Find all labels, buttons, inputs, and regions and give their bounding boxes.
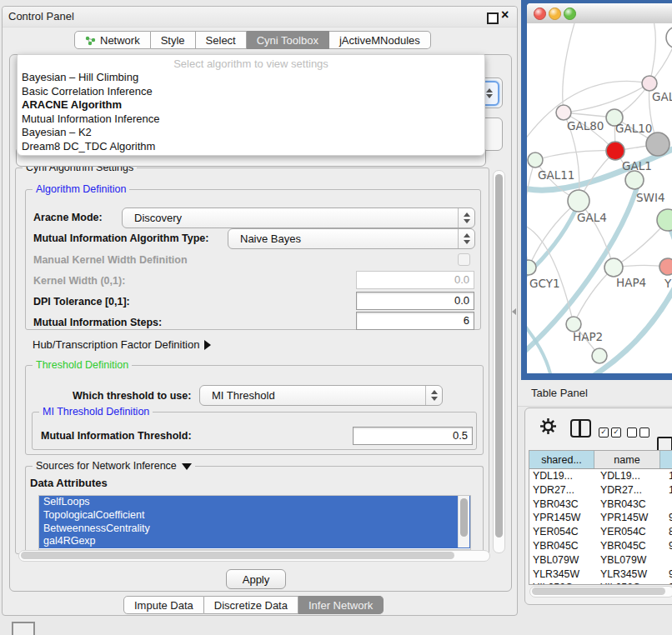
tab-label: Select <box>206 34 236 47</box>
data-attribute-item[interactable]: gal4RGexp <box>39 535 470 548</box>
network-node-label: GAL80 <box>567 119 604 132</box>
settings-vertical-scrollbar[interactable] <box>493 170 505 553</box>
tab-network[interactable]: Network <box>74 31 151 49</box>
minimize-window-icon[interactable] <box>549 8 561 20</box>
which-threshold-select[interactable]: MI Threshold <box>199 385 443 406</box>
tab-discretize-data[interactable]: Discretize Data <box>204 596 298 614</box>
aracne-mode-select[interactable]: Discovery <box>122 208 475 228</box>
table-cell: YPR145W <box>597 511 665 525</box>
network-node[interactable] <box>657 209 672 231</box>
data-attributes-label: Data Attributes <box>30 477 108 489</box>
tab-select[interactable]: Select <box>196 31 247 49</box>
tab-cyni-toolbox[interactable]: Cyni Toolbox <box>247 31 329 49</box>
table-cell: YDR27... <box>597 483 665 498</box>
network-node[interactable] <box>666 27 672 48</box>
control-panel-tab-bar: NetworkStyleSelectCyni ToolboxjActiveMNo… <box>74 31 431 49</box>
table-cell: YBR045C <box>597 539 665 553</box>
table-row[interactable]: YPR145WYPR145W9. <box>529 511 672 525</box>
table-cell: YBL079W <box>597 553 665 568</box>
network-node-gal80[interactable] <box>556 105 571 120</box>
minimized-panel-icon[interactable] <box>12 622 35 635</box>
network-edge[interactable] <box>564 83 649 112</box>
table-row[interactable]: YER054CYER054C8. <box>529 525 672 539</box>
algorithm-option[interactable]: Mutual Information Inference <box>18 112 484 127</box>
network-node-hap4[interactable] <box>604 258 623 277</box>
algorithm-option[interactable]: Bayesian – Hill Climbing <box>18 71 484 85</box>
network-node-gcy1[interactable] <box>527 260 536 275</box>
data-attribute-item[interactable]: BetweennessCentrality <box>39 522 470 536</box>
mi-steps-field[interactable]: 6 <box>356 312 474 330</box>
dpi-tolerance-field[interactable]: 0.0 <box>356 292 474 310</box>
node-attribute-table[interactable]: shared...nameA YDL19...YDL19...13YDR27..… <box>529 450 672 585</box>
data-attribute-item[interactable]: SelfLoops <box>39 496 470 509</box>
table-row[interactable]: YBR043CYBR043C <box>529 498 672 512</box>
network-edge[interactable] <box>574 268 614 324</box>
zoom-window-icon[interactable] <box>564 8 576 20</box>
select-all-columns-icon[interactable]: ✓✓ <box>599 422 624 438</box>
sources-title[interactable]: Sources for Network Inference <box>33 460 195 472</box>
table-cell: 9. <box>665 511 672 525</box>
float-window-icon[interactable] <box>487 12 499 24</box>
network-node-gal11[interactable] <box>528 152 543 168</box>
algorithm-option[interactable]: ARACNE Algorithm <box>18 98 484 112</box>
network-node-gal4[interactable] <box>568 190 589 212</box>
manual-kernel-width-checkbox[interactable] <box>458 253 470 266</box>
which-threshold-value: MI Threshold <box>200 389 275 402</box>
table-cell: YER054C <box>597 525 665 539</box>
network-node-gal[interactable] <box>642 76 657 91</box>
tab-infer-network[interactable]: Infer Network <box>298 596 384 614</box>
network-node[interactable] <box>646 132 669 156</box>
table-row[interactable]: YDL19...YDL19...13 <box>529 469 672 483</box>
table-row[interactable]: YBR045CYBR045C9. <box>529 539 672 553</box>
data-attribute-item[interactable]: TopologicalCoefficient <box>39 509 470 522</box>
close-panel-icon[interactable]: × <box>501 8 509 22</box>
close-window-icon[interactable] <box>534 8 546 20</box>
mi-algorithm-type-select[interactable]: Naive Bayes <box>228 228 475 249</box>
table-row[interactable]: YIL052CYIL052C9 <box>529 581 672 585</box>
network-edge[interactable] <box>535 151 615 160</box>
network-node-gal1[interactable] <box>606 142 624 160</box>
algorithm-option[interactable]: Basic Correlation Inference <box>18 85 484 99</box>
network-canvas[interactable]: GALGAL80GAL10GAL1GAL11SWI4GAL4GCY1HAP4YH… <box>527 23 672 373</box>
collapsed-arrow-icon[interactable] <box>204 340 211 350</box>
split-divider-handle[interactable] <box>512 308 516 315</box>
deselect-all-columns-icon[interactable]: ✓✓ <box>627 422 652 438</box>
mi-threshold-definition-title: MI Threshold Definition <box>39 406 153 418</box>
mi-threshold-field[interactable]: 0.5 <box>353 427 473 445</box>
expanded-arrow-icon[interactable] <box>182 463 192 470</box>
table-cell: YDR27... <box>529 483 597 498</box>
cyni-bottom-tab-bar: Impute DataDiscretize DataInfer Network <box>123 596 384 614</box>
data-attributes-list[interactable]: SelfLoopsTopologicalCoefficientBetweenne… <box>38 495 471 550</box>
network-edge[interactable] <box>527 160 535 268</box>
algorithm-option[interactable]: Dream8 DC_TDC Algorithm <box>18 140 484 154</box>
network-edge[interactable] <box>563 23 577 112</box>
column-header-a[interactable]: A <box>660 451 672 468</box>
combo-spinner-icon <box>458 208 474 228</box>
table-row[interactable]: YLR345WYLR345W9. <box>529 568 672 582</box>
tab-jactivemnodules[interactable]: jActiveMNodules <box>329 31 431 49</box>
table-horizontal-scrollbar[interactable] <box>529 586 672 598</box>
manual-kernel-width-label: Manual Kernel Width Definition <box>33 254 188 266</box>
column-header-name[interactable]: name <box>594 451 660 468</box>
attributes-list-scrollbar[interactable] <box>458 496 469 548</box>
split-table-panel-icon[interactable] <box>570 419 591 438</box>
table-settings-gear-icon[interactable] <box>540 418 556 437</box>
table-cell: YBR045C <box>529 539 597 553</box>
network-view-window: GALGAL80GAL10GAL1GAL11SWI4GAL4GCY1HAP4YH… <box>521 0 672 380</box>
hub-transcription-factor-section[interactable]: Hub/Transcription Factor Definition <box>33 338 211 351</box>
network-node[interactable] <box>592 348 607 363</box>
column-header-shared[interactable]: shared... <box>529 451 594 468</box>
network-node-swi4[interactable] <box>625 171 644 189</box>
network-node-label: GAL10 <box>615 122 652 135</box>
table-row[interactable]: YBL079WYBL079W <box>529 553 672 568</box>
apply-button[interactable]: Apply <box>226 569 286 589</box>
table-panel: ✓✓ ✓✓ shared...nameA YDL19...YDL19...13Y… <box>524 408 672 605</box>
network-node-y[interactable] <box>659 258 672 275</box>
table-row[interactable]: YDR27...YDR27...12 <box>529 483 672 498</box>
settings-horizontal-scrollbar[interactable] <box>18 550 490 562</box>
tab-style[interactable]: Style <box>151 31 196 49</box>
network-edge[interactable] <box>649 23 655 83</box>
algorithm-option[interactable]: Bayesian – K2 <box>18 126 484 140</box>
tab-impute-data[interactable]: Impute Data <box>123 596 204 614</box>
kernel-width-field[interactable]: 0.0 <box>356 271 474 289</box>
